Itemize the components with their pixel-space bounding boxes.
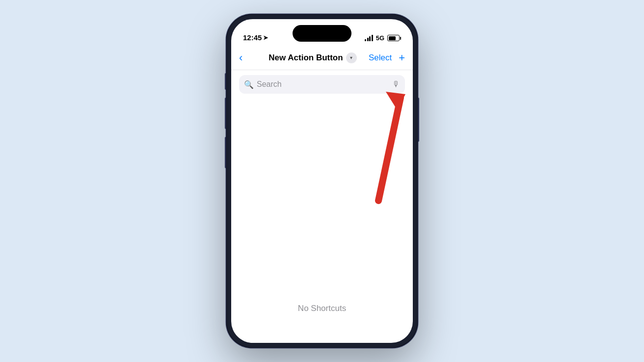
mute-button [225, 73, 226, 90]
battery-body [387, 35, 400, 41]
signal-bar-1 [365, 39, 366, 41]
search-icon: 🔍 [244, 80, 254, 89]
signal-indicator [365, 35, 373, 41]
battery-tip [400, 37, 401, 40]
chevron-down-icon: ▾ [350, 55, 352, 60]
nav-actions: Select + [369, 52, 405, 63]
nav-title-area: New Action Button ▾ [257, 52, 369, 63]
search-bar[interactable]: 🔍 Search 🎙 [239, 75, 405, 94]
dynamic-island [293, 25, 351, 42]
phone-screen: 12:45 ➤ 5G ‹ [231, 19, 413, 343]
empty-state-label: No Shortcuts [298, 304, 346, 313]
battery-indicator [387, 35, 401, 41]
mic-icon[interactable]: 🎙 [392, 80, 400, 89]
nav-title: New Action Button [268, 53, 343, 63]
title-chevron-button[interactable]: ▾ [346, 52, 357, 63]
power-button [418, 98, 419, 142]
add-button[interactable]: + [399, 52, 405, 63]
status-right-icons: 5G [365, 34, 401, 42]
phone-device: 12:45 ➤ 5G ‹ [226, 14, 418, 348]
signal-bar-2 [367, 38, 369, 41]
time-display: 12:45 [243, 33, 262, 42]
navigation-bar: ‹ New Action Button ▾ Select + [231, 46, 413, 70]
back-button[interactable]: ‹ [239, 52, 257, 64]
signal-bar-3 [369, 36, 371, 41]
content-area: No Shortcuts [231, 99, 413, 343]
select-button[interactable]: Select [369, 53, 392, 63]
battery-fill [389, 36, 396, 40]
status-time: 12:45 ➤ [243, 33, 268, 42]
location-icon: ➤ [263, 34, 268, 41]
volume-down-button [225, 137, 226, 168]
search-placeholder: Search [257, 80, 389, 89]
signal-bar-4 [372, 35, 373, 41]
network-type: 5G [376, 34, 384, 42]
search-container: 🔍 Search 🎙 [231, 70, 413, 99]
volume-up-button [225, 98, 226, 129]
